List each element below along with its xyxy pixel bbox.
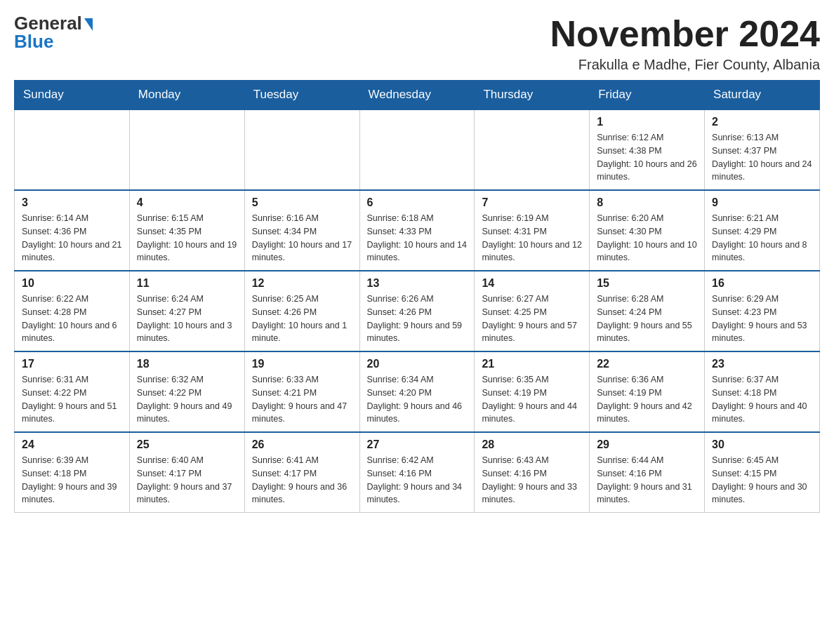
day-number: 5 bbox=[252, 196, 352, 209]
day-number: 1 bbox=[597, 116, 697, 128]
day-info: Sunrise: 6:16 AMSunset: 4:34 PMDaylight:… bbox=[252, 212, 352, 264]
day-info: Sunrise: 6:14 AMSunset: 4:36 PMDaylight:… bbox=[22, 212, 122, 264]
day-info: Sunrise: 6:40 AMSunset: 4:17 PMDaylight:… bbox=[137, 454, 237, 507]
calendar-cell: 17Sunrise: 6:31 AMSunset: 4:22 PMDayligh… bbox=[15, 351, 130, 432]
calendar-cell: 7Sunrise: 6:19 AMSunset: 4:31 PMDaylight… bbox=[475, 190, 590, 271]
week-row-3: 10Sunrise: 6:22 AMSunset: 4:28 PMDayligh… bbox=[15, 271, 820, 351]
calendar-cell: 23Sunrise: 6:37 AMSunset: 4:18 PMDayligh… bbox=[705, 351, 820, 432]
day-number: 11 bbox=[137, 277, 237, 290]
day-info: Sunrise: 6:27 AMSunset: 4:25 PMDaylight:… bbox=[482, 293, 582, 345]
day-number: 26 bbox=[252, 438, 352, 451]
day-info: Sunrise: 6:21 AMSunset: 4:29 PMDaylight:… bbox=[712, 212, 812, 264]
calendar-cell: 20Sunrise: 6:34 AMSunset: 4:20 PMDayligh… bbox=[359, 351, 475, 432]
weekday-header-thursday: Thursday bbox=[475, 81, 590, 110]
day-info: Sunrise: 6:32 AMSunset: 4:22 PMDaylight:… bbox=[137, 373, 237, 426]
day-number: 27 bbox=[367, 438, 468, 451]
calendar-cell: 9Sunrise: 6:21 AMSunset: 4:29 PMDaylight… bbox=[705, 190, 820, 271]
day-info: Sunrise: 6:42 AMSunset: 4:16 PMDaylight:… bbox=[367, 454, 468, 507]
calendar-cell: 1Sunrise: 6:12 AMSunset: 4:38 PMDaylight… bbox=[590, 109, 705, 190]
calendar-cell: 19Sunrise: 6:33 AMSunset: 4:21 PMDayligh… bbox=[244, 351, 359, 432]
day-number: 2 bbox=[712, 116, 812, 128]
week-row-4: 17Sunrise: 6:31 AMSunset: 4:22 PMDayligh… bbox=[15, 351, 820, 432]
day-number: 4 bbox=[137, 196, 237, 209]
day-number: 28 bbox=[482, 438, 582, 451]
day-number: 13 bbox=[367, 277, 468, 290]
calendar-cell: 2Sunrise: 6:13 AMSunset: 4:37 PMDaylight… bbox=[705, 109, 820, 190]
page-header: General Blue November 2024 Frakulla e Ma… bbox=[14, 14, 820, 73]
weekday-header-saturday: Saturday bbox=[705, 81, 820, 110]
day-info: Sunrise: 6:29 AMSunset: 4:23 PMDaylight:… bbox=[712, 293, 812, 345]
calendar-cell: 12Sunrise: 6:25 AMSunset: 4:26 PMDayligh… bbox=[244, 271, 359, 351]
day-info: Sunrise: 6:34 AMSunset: 4:20 PMDaylight:… bbox=[367, 373, 468, 426]
weekday-header-row: SundayMondayTuesdayWednesdayThursdayFrid… bbox=[15, 81, 820, 110]
calendar-cell: 5Sunrise: 6:16 AMSunset: 4:34 PMDaylight… bbox=[244, 190, 359, 271]
day-number: 3 bbox=[22, 196, 122, 209]
day-info: Sunrise: 6:20 AMSunset: 4:30 PMDaylight:… bbox=[597, 212, 697, 264]
calendar-cell: 3Sunrise: 6:14 AMSunset: 4:36 PMDaylight… bbox=[15, 190, 130, 271]
weekday-header-sunday: Sunday bbox=[15, 81, 130, 110]
day-number: 9 bbox=[712, 196, 812, 209]
day-number: 10 bbox=[22, 277, 122, 290]
calendar-cell: 13Sunrise: 6:26 AMSunset: 4:26 PMDayligh… bbox=[359, 271, 475, 351]
week-row-1: 1Sunrise: 6:12 AMSunset: 4:38 PMDaylight… bbox=[15, 109, 820, 190]
day-info: Sunrise: 6:35 AMSunset: 4:19 PMDaylight:… bbox=[482, 373, 582, 426]
calendar-cell bbox=[359, 109, 475, 190]
logo-arrow-icon bbox=[84, 18, 93, 31]
day-info: Sunrise: 6:39 AMSunset: 4:18 PMDaylight:… bbox=[22, 454, 122, 507]
location-text: Frakulla e Madhe, Fier County, Albania bbox=[550, 57, 820, 73]
calendar-cell: 22Sunrise: 6:36 AMSunset: 4:19 PMDayligh… bbox=[590, 351, 705, 432]
calendar-cell bbox=[15, 109, 130, 190]
weekday-header-monday: Monday bbox=[129, 81, 244, 110]
calendar-cell: 6Sunrise: 6:18 AMSunset: 4:33 PMDaylight… bbox=[359, 190, 475, 271]
logo-general-text: General bbox=[14, 14, 82, 32]
day-number: 22 bbox=[597, 358, 697, 370]
day-number: 15 bbox=[597, 277, 697, 290]
weekday-header-tuesday: Tuesday bbox=[244, 81, 359, 110]
calendar-cell: 25Sunrise: 6:40 AMSunset: 4:17 PMDayligh… bbox=[129, 432, 244, 513]
day-info: Sunrise: 6:28 AMSunset: 4:24 PMDaylight:… bbox=[597, 293, 697, 345]
day-number: 29 bbox=[597, 438, 697, 451]
day-number: 30 bbox=[712, 438, 812, 451]
day-info: Sunrise: 6:12 AMSunset: 4:38 PMDaylight:… bbox=[597, 131, 697, 184]
day-info: Sunrise: 6:36 AMSunset: 4:19 PMDaylight:… bbox=[597, 373, 697, 426]
day-number: 25 bbox=[137, 438, 237, 451]
day-info: Sunrise: 6:19 AMSunset: 4:31 PMDaylight:… bbox=[482, 212, 582, 264]
calendar-cell: 21Sunrise: 6:35 AMSunset: 4:19 PMDayligh… bbox=[475, 351, 590, 432]
calendar-cell: 30Sunrise: 6:45 AMSunset: 4:15 PMDayligh… bbox=[705, 432, 820, 513]
day-info: Sunrise: 6:22 AMSunset: 4:28 PMDaylight:… bbox=[22, 293, 122, 345]
day-number: 17 bbox=[22, 358, 122, 370]
day-number: 20 bbox=[367, 358, 468, 370]
logo-blue-text: Blue bbox=[14, 32, 53, 51]
day-number: 6 bbox=[367, 196, 468, 209]
day-info: Sunrise: 6:26 AMSunset: 4:26 PMDaylight:… bbox=[367, 293, 468, 345]
day-number: 14 bbox=[482, 277, 582, 290]
calendar-cell bbox=[244, 109, 359, 190]
calendar-cell: 11Sunrise: 6:24 AMSunset: 4:27 PMDayligh… bbox=[129, 271, 244, 351]
day-info: Sunrise: 6:43 AMSunset: 4:16 PMDaylight:… bbox=[482, 454, 582, 507]
calendar-cell: 8Sunrise: 6:20 AMSunset: 4:30 PMDaylight… bbox=[590, 190, 705, 271]
day-number: 21 bbox=[482, 358, 582, 370]
calendar-table: SundayMondayTuesdayWednesdayThursdayFrid… bbox=[14, 80, 820, 513]
day-info: Sunrise: 6:15 AMSunset: 4:35 PMDaylight:… bbox=[137, 212, 237, 264]
day-number: 24 bbox=[22, 438, 122, 451]
day-info: Sunrise: 6:31 AMSunset: 4:22 PMDaylight:… bbox=[22, 373, 122, 426]
calendar-cell: 14Sunrise: 6:27 AMSunset: 4:25 PMDayligh… bbox=[475, 271, 590, 351]
calendar-cell: 16Sunrise: 6:29 AMSunset: 4:23 PMDayligh… bbox=[705, 271, 820, 351]
calendar-cell: 27Sunrise: 6:42 AMSunset: 4:16 PMDayligh… bbox=[359, 432, 475, 513]
day-info: Sunrise: 6:18 AMSunset: 4:33 PMDaylight:… bbox=[367, 212, 468, 264]
day-info: Sunrise: 6:37 AMSunset: 4:18 PMDaylight:… bbox=[712, 373, 812, 426]
calendar-cell: 28Sunrise: 6:43 AMSunset: 4:16 PMDayligh… bbox=[475, 432, 590, 513]
weekday-header-wednesday: Wednesday bbox=[359, 81, 475, 110]
logo: General Blue bbox=[14, 14, 93, 51]
day-number: 7 bbox=[482, 196, 582, 209]
calendar-cell: 10Sunrise: 6:22 AMSunset: 4:28 PMDayligh… bbox=[15, 271, 130, 351]
week-row-2: 3Sunrise: 6:14 AMSunset: 4:36 PMDaylight… bbox=[15, 190, 820, 271]
calendar-cell: 4Sunrise: 6:15 AMSunset: 4:35 PMDaylight… bbox=[129, 190, 244, 271]
calendar-cell: 18Sunrise: 6:32 AMSunset: 4:22 PMDayligh… bbox=[129, 351, 244, 432]
day-number: 12 bbox=[252, 277, 352, 290]
day-info: Sunrise: 6:24 AMSunset: 4:27 PMDaylight:… bbox=[137, 293, 237, 345]
day-number: 23 bbox=[712, 358, 812, 370]
day-number: 18 bbox=[137, 358, 237, 370]
day-info: Sunrise: 6:45 AMSunset: 4:15 PMDaylight:… bbox=[712, 454, 812, 507]
day-info: Sunrise: 6:44 AMSunset: 4:16 PMDaylight:… bbox=[597, 454, 697, 507]
